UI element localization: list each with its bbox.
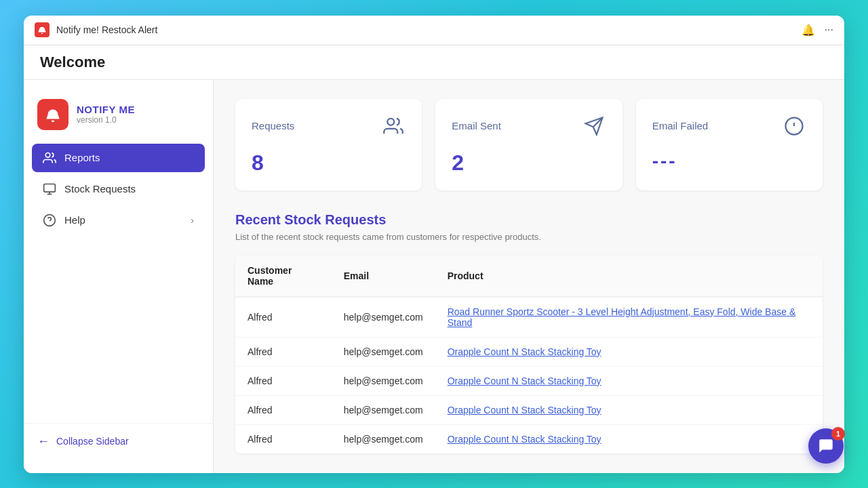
- svg-rect-1: [44, 184, 56, 192]
- table-header-row: Customer Name Email Product: [235, 256, 823, 297]
- cell-customer-name: Alfred: [235, 366, 332, 395]
- main-content: Requests 8: [214, 80, 844, 473]
- collapse-label: Collapse Sidebar: [56, 436, 129, 447]
- stat-card-email-sent-header: Email Sent: [452, 114, 606, 138]
- section-description: List of the recent stock requests came f…: [235, 232, 823, 242]
- product-link[interactable]: Orapple Count N Stack Stacking Toy: [448, 375, 601, 386]
- svg-point-6: [388, 118, 395, 125]
- stat-card-requests: Requests 8: [235, 99, 422, 190]
- cell-email: help@semget.com: [332, 366, 435, 395]
- cell-customer-name: Alfred: [235, 424, 332, 453]
- stat-requests-label: Requests: [252, 120, 294, 131]
- send-icon: [582, 114, 606, 138]
- users-icon: [381, 114, 406, 138]
- cell-email: help@semget.com: [332, 297, 435, 338]
- brand-text: NOTIFY ME version 1.0: [77, 104, 135, 125]
- stat-card-email-sent: Email Sent 2: [435, 99, 622, 190]
- cell-product: Orapple Count N Stack Stacking Toy: [435, 337, 823, 366]
- sidebar-nav: Reports Stock Requests: [24, 144, 213, 423]
- product-link[interactable]: Orapple Count N Stack Stacking Toy: [448, 405, 601, 415]
- stat-email-failed-value: ---: [652, 150, 806, 172]
- help-label: Help: [64, 214, 85, 226]
- title-bar-title: Notify me! Restock Alert: [56, 24, 802, 35]
- cell-product: Road Runner Sportz Scooter - 3 Level Hei…: [435, 297, 823, 338]
- table-row: Alfredhelp@semget.comOrapple Count N Sta…: [235, 337, 823, 366]
- stock-requests-icon: [43, 182, 56, 196]
- cell-product: Orapple Count N Stack Stacking Toy: [435, 366, 823, 395]
- cell-customer-name: Alfred: [235, 395, 332, 424]
- sidebar-item-help[interactable]: Help ›: [32, 206, 205, 235]
- col-email: Email: [332, 256, 435, 297]
- brand-logo-icon: [37, 99, 68, 130]
- main-layout: NOTIFY ME version 1.0 Reports: [24, 80, 844, 473]
- page-title: Welcome: [40, 54, 828, 71]
- collapse-sidebar-button[interactable]: ← Collapse Sidebar: [37, 434, 199, 449]
- app-window: Notify me! Restock Alert 🔔 ··· Welcome N…: [24, 16, 844, 473]
- sidebar-footer: ← Collapse Sidebar: [24, 423, 213, 460]
- title-bar: Notify me! Restock Alert 🔔 ···: [24, 16, 844, 45]
- page-header: Welcome: [24, 45, 844, 80]
- table-row: Alfredhelp@semget.comOrapple Count N Sta…: [235, 395, 823, 424]
- table-row: Alfredhelp@semget.comRoad Runner Sportz …: [235, 297, 823, 338]
- product-link[interactable]: Road Runner Sportz Scooter - 3 Level Hei…: [448, 306, 796, 328]
- title-bar-actions: 🔔 ···: [802, 24, 833, 37]
- app-logo-icon: [35, 22, 50, 37]
- stat-requests-value: 8: [252, 150, 406, 176]
- recent-stock-requests-section: Recent Stock Requests List of the recent…: [235, 212, 823, 453]
- cell-customer-name: Alfred: [235, 297, 332, 338]
- brand-version: version 1.0: [77, 115, 135, 125]
- cell-customer-name: Alfred: [235, 337, 332, 366]
- cell-product: Orapple Count N Stack Stacking Toy: [435, 395, 823, 424]
- cell-product: Orapple Count N Stack Stacking Toy: [435, 424, 823, 453]
- alert-circle-icon: [782, 114, 806, 138]
- more-icon[interactable]: ···: [825, 24, 833, 37]
- cell-email: help@semget.com: [332, 395, 435, 424]
- chevron-right-icon: ›: [191, 214, 194, 226]
- cell-email: help@semget.com: [332, 424, 435, 453]
- col-customer-name: Customer Name: [235, 256, 332, 297]
- stat-card-requests-header: Requests: [252, 114, 406, 138]
- stat-email-sent-label: Email Sent: [452, 120, 501, 131]
- arrow-left-icon: ←: [37, 434, 50, 449]
- stat-card-email-failed-header: Email Failed: [652, 114, 806, 138]
- brand-name: NOTIFY ME: [77, 104, 135, 115]
- bell-icon[interactable]: 🔔: [802, 24, 815, 37]
- stock-requests-label: Stock Requests: [64, 183, 136, 195]
- section-title: Recent Stock Requests: [235, 212, 823, 228]
- sidebar-brand: NOTIFY ME version 1.0: [24, 94, 213, 144]
- help-icon: [43, 214, 56, 227]
- table-row: Alfredhelp@semget.comOrapple Count N Sta…: [235, 424, 823, 453]
- product-link[interactable]: Orapple Count N Stack Stacking Toy: [448, 434, 601, 445]
- reports-label: Reports: [64, 152, 100, 163]
- table-row: Alfredhelp@semget.comOrapple Count N Sta…: [235, 366, 823, 395]
- chat-badge: 1: [831, 427, 845, 441]
- reports-icon: [43, 151, 56, 165]
- sidebar-item-reports[interactable]: Reports: [32, 144, 205, 172]
- stock-requests-table: Customer Name Email Product Alfredhelp@s…: [235, 256, 823, 453]
- product-link[interactable]: Orapple Count N Stack Stacking Toy: [448, 346, 601, 357]
- stat-email-sent-value: 2: [452, 150, 606, 176]
- svg-point-0: [45, 152, 50, 157]
- col-product: Product: [435, 256, 823, 297]
- stat-email-failed-label: Email Failed: [652, 120, 709, 131]
- chat-button[interactable]: 1: [808, 428, 844, 464]
- stats-row: Requests 8: [235, 99, 823, 190]
- stat-card-email-failed: Email Failed ---: [636, 99, 823, 190]
- sidebar-item-stock-requests[interactable]: Stock Requests: [32, 175, 205, 203]
- sidebar: NOTIFY ME version 1.0 Reports: [24, 80, 214, 473]
- cell-email: help@semget.com: [332, 337, 435, 366]
